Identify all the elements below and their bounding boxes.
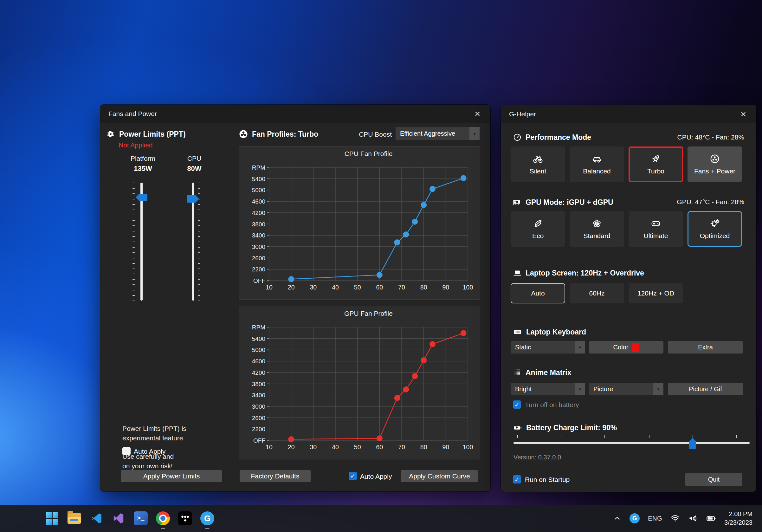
flower-icon <box>591 218 602 229</box>
button-turbo[interactable]: Turbo <box>629 146 683 182</box>
button-60hz[interactable]: 60Hz <box>570 283 624 303</box>
taskbar-icon-explorer[interactable] <box>66 510 82 527</box>
chevron-down-icon[interactable]: ▾ <box>575 341 585 353</box>
fan-circle-icon <box>709 153 720 164</box>
matrix-brightness-dropdown[interactable]: Bright ▾ <box>511 383 585 395</box>
cpu-slider-value: 80W <box>177 165 212 173</box>
matrix-battery-checkbox[interactable]: ✓ <box>513 401 521 409</box>
platform-slider-thumb[interactable] <box>136 194 147 201</box>
button-label: Turbo <box>647 167 664 175</box>
language-indicator[interactable]: ENG <box>648 515 662 522</box>
power-note-line1: Power Limits (PPT) is <box>122 424 187 433</box>
cpu-boost-dropdown-value: Efficient Aggressive <box>396 130 469 137</box>
button-label: Eco <box>532 232 544 240</box>
laptop-screen-heading-text: Laptop Screen: 120Hz + Overdrive <box>526 269 644 277</box>
quit-button[interactable]: Quit <box>685 473 742 486</box>
chevron-down-icon[interactable]: ▾ <box>575 383 585 395</box>
laptop-icon <box>513 268 522 277</box>
battery-slider-track[interactable] <box>513 442 750 444</box>
power-auto-apply-checkbox[interactable] <box>122 447 130 455</box>
svg-text:3000: 3000 <box>252 244 265 250</box>
taskbar-icon-visual-studio[interactable] <box>110 510 127 527</box>
svg-text:3800: 3800 <box>252 221 265 228</box>
button-label: Standard <box>583 232 610 240</box>
taskbar: >_ ◆◆◆◆ G G ENG 2:00 PM 3/23/2023 <box>0 505 762 532</box>
platform-slider-ticks <box>132 183 135 301</box>
svg-text:3400: 3400 <box>252 392 265 399</box>
matrix-content-dropdown[interactable]: Picture ▾ <box>589 383 663 395</box>
ghelper-window: G-Helper × Performance Mode CPU: 48°C - … <box>501 105 756 492</box>
matrix-icon <box>513 368 522 377</box>
fans-window-titlebar[interactable]: Fans and Power × <box>100 105 491 123</box>
taskbar-icon-ghelper[interactable]: G <box>199 510 215 527</box>
clock[interactable]: 2:00 PM 3/23/2023 <box>724 510 752 527</box>
cpu-temp-status: CPU: 48°C - Fan: 28% <box>677 133 744 141</box>
svg-text:100: 100 <box>463 443 473 450</box>
curve-auto-apply-checkbox[interactable]: ✓ <box>349 472 357 480</box>
svg-text:3000: 3000 <box>252 403 265 410</box>
svg-text:OFF: OFF <box>253 277 265 284</box>
battery-icon[interactable] <box>706 513 716 523</box>
taskbar-icon-vscode[interactable] <box>88 510 105 527</box>
button-balanced[interactable]: Balanced <box>570 146 624 182</box>
power-auto-apply-label: Auto Apply <box>134 448 166 455</box>
battery-limit-heading: Battery Charge Limit: 90% <box>513 423 617 432</box>
cpu-boost-dropdown[interactable]: Efficient Aggressive ▾ <box>396 127 480 140</box>
button-auto[interactable]: Auto <box>511 283 565 303</box>
speedometer-icon <box>513 133 522 142</box>
button-label: Silent <box>530 167 547 175</box>
gpu-fan-profile-chart[interactable]: GPU Fan ProfileRPM5400500046004200380034… <box>239 306 480 459</box>
run-on-startup-checkbox[interactable]: ✓ <box>513 475 521 484</box>
button-optimized[interactable]: Optimized <box>688 211 742 247</box>
svg-text:2200: 2200 <box>252 426 265 432</box>
keyboard-extra-button[interactable]: Extra <box>668 341 743 353</box>
apply-custom-curve-button[interactable]: Apply Custom Curve <box>401 470 478 482</box>
matrix-picture-gif-button[interactable]: Picture / Gif <box>668 383 743 395</box>
taskbar-icon-tidal[interactable]: ◆◆◆◆ <box>177 510 193 527</box>
button-label: 120Hz + OD <box>638 289 674 297</box>
wifi-icon[interactable] <box>670 514 680 523</box>
apply-power-limits-button[interactable]: Apply Power Limits <box>121 470 222 482</box>
anime-matrix-heading-text: Anime Matrix <box>526 368 571 377</box>
speaker-icon[interactable] <box>688 514 698 523</box>
tray-ghelper-icon[interactable]: G <box>630 513 640 523</box>
start-button[interactable] <box>44 510 60 527</box>
button-label: Balanced <box>583 167 611 175</box>
tray-chevron-up-icon[interactable] <box>613 514 621 522</box>
chevron-down-icon[interactable]: ▾ <box>653 383 663 395</box>
tray-time: 2:00 PM <box>729 510 752 517</box>
taskbar-icon-chrome[interactable] <box>155 510 171 527</box>
keyboard-color-button[interactable]: Color <box>589 341 663 353</box>
button-120hz-od[interactable]: 120Hz + OD <box>629 283 683 303</box>
svg-text:3800: 3800 <box>252 381 265 387</box>
button-fans-power[interactable]: Fans + Power <box>688 146 742 182</box>
svg-text:5400: 5400 <box>252 336 265 342</box>
rocket-icon <box>650 153 661 164</box>
chevron-down-icon[interactable]: ▾ <box>469 127 480 140</box>
visual-studio-icon <box>112 512 125 525</box>
factory-defaults-button[interactable]: Factory Defaults <box>240 470 311 482</box>
close-icon[interactable]: × <box>473 109 482 118</box>
button-ultimate[interactable]: Ultimate <box>629 211 683 247</box>
svg-text:40: 40 <box>332 284 339 291</box>
taskbar-icon-terminal[interactable]: >_ <box>132 510 149 527</box>
battery-slider-thumb[interactable] <box>689 438 696 449</box>
cpu-slider-thumb[interactable] <box>187 195 199 202</box>
color-swatch <box>632 343 639 351</box>
ghelper-window-titlebar[interactable]: G-Helper × <box>501 105 756 123</box>
close-icon[interactable]: × <box>738 110 748 119</box>
keyboard-mode-dropdown[interactable]: Static ▾ <box>511 341 585 353</box>
fans-window-title: Fans and Power <box>109 110 157 117</box>
svg-text:2200: 2200 <box>252 266 265 273</box>
cpu-fan-profile-chart[interactable]: CPU Fan ProfileRPM5400500046004200380034… <box>239 146 480 300</box>
performance-mode-heading: Performance Mode <box>513 133 591 142</box>
curve-auto-apply-label: Auto Apply <box>360 473 392 480</box>
fan-profiles-heading: Fan Profiles: Turbo <box>239 129 318 139</box>
button-standard[interactable]: Standard <box>570 211 624 247</box>
matrix-brightness-value: Bright <box>511 386 575 393</box>
button-eco[interactable]: Eco <box>511 211 565 247</box>
bicycle-icon <box>533 153 543 164</box>
button-silent[interactable]: Silent <box>511 146 565 182</box>
laptop-keyboard-heading: Laptop Keyboard <box>513 327 586 337</box>
version-link[interactable]: Version: 0.37.0.0 <box>513 454 561 461</box>
